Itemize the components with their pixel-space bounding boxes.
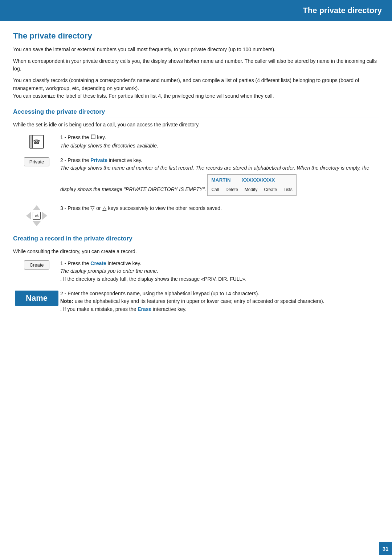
create-step-2-icon-col: Name [13,290,60,306]
step1-number: 1 - Press the [60,134,90,140]
create-step-2-text: 2 - Enter the correspondent's name, usin… [60,290,379,313]
create-step-1-row: Create 1 - Press the Create interactive … [13,260,379,283]
display-action-call: Call [211,186,219,193]
create-step1-note: . If the directory is already full, the … [60,276,246,282]
display-number: XXXXXXXXXX [242,177,275,184]
step3-or: or [95,205,102,211]
display-action-lists: Lists [283,186,293,193]
intro-para-2: When a correspondent in your private dir… [13,57,379,73]
create-step2-note-bold: Note: [60,298,73,304]
section2-heading: Creating a record in the private directo… [13,235,379,244]
step-3-text: 3 - Press the ▽ or △ keys successively t… [60,204,379,212]
nav-right-arrow [42,212,47,220]
step2-key-label: Private [90,157,107,163]
nav-ok-button[interactable]: ok [33,212,41,220]
main-title: The private directory [13,31,379,41]
create-step2-erase-suffix: interactive key. [151,306,186,312]
display-row2: Call Delete Modify Create Lists [211,185,292,193]
create-step1-italic: The display prompts you to enter the nam… [60,268,158,274]
page-content: The private directory You can save the i… [0,21,392,335]
nav-left-arrow [26,212,31,220]
name-display-box: Name [15,291,58,306]
display-mockup: MARTIN XXXXXXXXXX Call Delete Modify Cre… [207,174,296,196]
create-step2-erase-key: Erase [138,306,151,312]
intro-para-1: You can save the internal or external nu… [13,46,379,54]
step1-italic: The display shows the directories availa… [60,143,158,149]
page-number-badge: 31 [379,542,392,555]
nav-up-arrow [33,205,41,210]
display-action-delete: Delete [225,186,238,193]
create-step2-main: 2 - Enter the correspondent's name, usin… [60,291,259,296]
section2-intro: While consulting the directory, you can … [13,248,379,255]
nav-down-arrow [33,221,41,226]
page-header: The private directory [0,0,392,21]
step3-suffix: keys successively to view the other reco… [107,205,222,211]
create-step-1-text: 1 - Press the Create interactive key. Th… [60,260,379,283]
book-icon: ☎ [28,134,46,150]
step3-arrow-up: △ [102,205,107,211]
section1-heading: Accessing the private directory [13,108,379,117]
nav-cross-icon: ok [25,204,48,227]
create-step-1-icon-col: Create [13,260,60,270]
intro-para-3: You can classify records (containing a c… [13,77,379,100]
svg-text:☎: ☎ [33,139,40,145]
step-3-icon-col: ok [13,204,60,227]
step-1-text: 1 - Press the ☐ key. The display shows t… [60,133,379,150]
step2-prefix: 2 - Press the [60,157,90,163]
display-action-modify: Modify [245,186,257,193]
step-1-icon-col: ☎ [13,133,60,150]
step1-key-text: key. [95,134,106,140]
create-button[interactable]: Create [24,260,49,270]
create-step2-note: use the alphabetical key and its feature… [73,298,324,304]
svg-rect-1 [30,135,33,148]
private-button[interactable]: Private [24,157,49,166]
step-2-row: Private 2 - Press the Private interactiv… [13,157,379,197]
book-svg: ☎ [28,134,45,149]
step-1-row: ☎ 1 - Press the ☐ key. The display shows… [13,133,379,150]
display-action-create: Create [264,186,277,193]
display-row1: MARTIN XXXXXXXXXX [211,177,292,184]
step-2-text: 2 - Press the Private interactive key. T… [60,157,379,197]
create-step1-prefix: 1 - Press the [60,260,90,266]
step2-suffix: interactive key. [107,157,142,163]
create-step2-erase-prefix: . If you make a mistake, press the [60,306,138,312]
create-step1-key: Create [90,260,106,266]
step-3-row: ok 3 - Press the ▽ or △ keys successivel… [13,204,379,227]
header-title: The private directory [303,6,382,15]
step-2-icon-col: Private [13,157,60,166]
section1-intro: While the set is idle or is being used f… [13,121,379,129]
create-step1-suffix: interactive key. [106,260,141,266]
display-name: MARTIN [211,177,231,184]
step3-prefix: 3 - Press the [60,205,90,211]
create-step-2-row: Name 2 - Enter the correspondent's name,… [13,290,379,313]
step3-arrow-down: ▽ [90,205,95,211]
step1-key-icon: ☐ [90,134,95,140]
